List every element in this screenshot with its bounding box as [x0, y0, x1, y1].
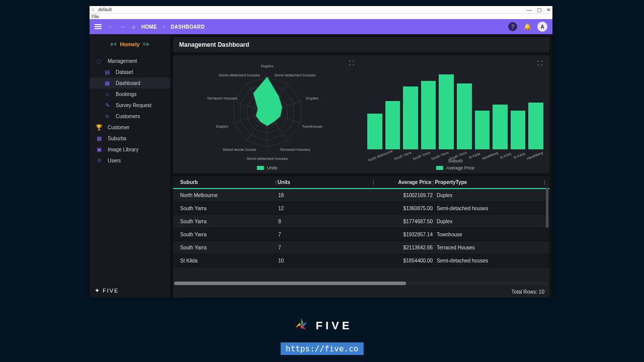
- sidebar-item-users[interactable]: ⛭Users: [90, 155, 170, 166]
- table-row[interactable]: North Melbourne18$1002169.72Duplex: [173, 189, 549, 202]
- footer-url[interactable]: https://five.co: [281, 342, 364, 355]
- sidebar-item-label: Customers: [116, 114, 140, 119]
- bar[interactable]: [439, 74, 454, 149]
- cell: 10: [276, 258, 374, 263]
- nav-forward-button[interactable]: →: [120, 23, 126, 30]
- bar[interactable]: [511, 111, 526, 150]
- cell: Duplex: [435, 219, 544, 224]
- cell: Terraced Houses: [435, 245, 544, 250]
- table-row[interactable]: South Yarra7$1932857.14Townhouse: [173, 228, 549, 241]
- sidebar-item-label: Image Library: [108, 147, 138, 152]
- radar-axis-label: Terraced Houses: [280, 147, 310, 152]
- cell: $1854400.00: [374, 258, 435, 263]
- radar-axis-label: Duplex: [306, 96, 318, 100]
- bar-category-label: South Yarra: [393, 150, 412, 160]
- sidebar-item-label: Survey Request: [116, 103, 151, 108]
- bar-category-label: St Kilda: [512, 151, 526, 160]
- bar-category-label: South Yarra: [412, 150, 431, 160]
- col-units[interactable]: Units: [276, 179, 374, 185]
- dashboard-icon: ▦: [104, 80, 111, 86]
- sidebar-item-management[interactable]: ◌Management: [90, 55, 170, 66]
- table-body: North Melbourne18$1002169.72DuplexSouth …: [173, 189, 549, 282]
- list-icon: ≡: [104, 113, 111, 119]
- sidebar-item-dataset[interactable]: ▤Dataset: [90, 66, 170, 77]
- avatar[interactable]: A: [537, 22, 547, 32]
- sidebar-item-dashboard[interactable]: ▦Dashboard: [90, 77, 170, 88]
- bar[interactable]: [528, 103, 543, 149]
- sidebar-item-customers[interactable]: ≡Customers: [90, 111, 170, 122]
- bar[interactable]: [493, 105, 508, 149]
- bar[interactable]: [385, 101, 400, 149]
- horizontal-scroll-thumb[interactable]: [174, 282, 406, 285]
- horizontal-scroll-track[interactable]: [174, 282, 548, 285]
- logo-deco-right: ≡⟡: [143, 41, 149, 47]
- radar-axis-label: Townhouse: [302, 124, 322, 129]
- table-row[interactable]: St Kilda10$1854400.00Semi-detached house…: [173, 254, 549, 267]
- col-suburb[interactable]: Suburb: [178, 179, 276, 185]
- svg-marker-15: [254, 77, 282, 126]
- col-price[interactable]: Average Price: [373, 179, 434, 185]
- bar[interactable]: [403, 86, 418, 149]
- table-row[interactable]: South Yarra8$1774687.50Duplex: [173, 215, 549, 228]
- bar-chart: ⛶ North MelbourneSouth YarraSouth YarraS…: [361, 57, 549, 171]
- expand-bar-button[interactable]: ⛶: [537, 60, 542, 66]
- sidebar-item-customer[interactable]: 🏆Customer: [90, 122, 170, 133]
- svg-marker-16: [301, 318, 303, 325]
- five-logo: FIVE: [292, 315, 353, 336]
- window-minimize-button[interactable]: —: [527, 7, 532, 13]
- bell-icon[interactable]: 🔔: [523, 23, 531, 31]
- cell: 7: [276, 245, 374, 250]
- radar-chart: ⛶ DuplexSemi-detached housesDuplexTownho…: [173, 57, 361, 171]
- menu-toggle-button[interactable]: [95, 24, 102, 29]
- help-icon[interactable]: ?: [508, 22, 517, 31]
- five-logo-text: FIVE: [316, 319, 353, 332]
- radar-axis-label: Stand alone house: [222, 147, 256, 152]
- sidebar-brand: FIVE: [103, 288, 119, 294]
- home-icon[interactable]: ⌂: [132, 24, 135, 30]
- window-maximize-button[interactable]: ▢: [537, 7, 541, 13]
- dataset-icon: ▤: [104, 69, 111, 75]
- bar-category-label: South Yarra: [431, 150, 449, 160]
- sidebar: ⟡≡ Homely ≡⟡ ◌Management▤Dataset▦Dashboa…: [90, 34, 170, 298]
- five-logo-icon: [292, 315, 311, 336]
- bar-xlabel: Suburb: [448, 158, 462, 163]
- sidebar-item-label: Bookings: [116, 92, 136, 97]
- grid-icon: ▦: [96, 135, 103, 142]
- nav-back-button[interactable]: ←: [108, 23, 114, 30]
- cell: 8: [276, 219, 374, 224]
- menu-file[interactable]: File: [92, 14, 99, 19]
- bar[interactable]: [421, 81, 436, 149]
- bar-category-label: St Kilda: [467, 151, 481, 160]
- expand-radar-button[interactable]: ⛶: [349, 60, 354, 66]
- sidebar-item-label: Dashboard: [116, 80, 140, 86]
- bar[interactable]: [457, 83, 472, 149]
- col-type[interactable]: PropertyType: [433, 179, 545, 185]
- sidebar-item-bookings[interactable]: ⌂Bookings: [90, 88, 170, 100]
- radar-axis-label: Terraced Houses: [207, 96, 237, 100]
- window-title: default: [98, 7, 112, 12]
- cell: Semi-detached houses: [435, 206, 544, 211]
- cell: 18: [276, 193, 374, 198]
- lightbulb-icon: ◌: [96, 58, 103, 64]
- svg-marker-19: [295, 323, 301, 328]
- table-row[interactable]: South Yarra7$2113642.86Terraced Houses: [173, 241, 549, 254]
- bar[interactable]: [475, 111, 490, 150]
- window-close-button[interactable]: ✕: [546, 7, 550, 13]
- cell: South Yarra: [178, 245, 276, 250]
- sidebar-item-suburbs[interactable]: ▦Suburbs: [90, 133, 170, 144]
- data-table: Suburb | Units | Average Price | Propert…: [173, 176, 549, 298]
- bar[interactable]: [367, 114, 382, 149]
- chevron-right-icon: ›: [163, 24, 165, 30]
- cell: St Kilda: [178, 258, 276, 263]
- table-row[interactable]: South Yarra12$1360875.00Semi-detached ho…: [173, 202, 549, 215]
- logo-deco-left: ⟡≡: [110, 41, 117, 47]
- sidebar-item-image-library[interactable]: ▣Image Library: [90, 144, 170, 155]
- vertical-scroll-thumb[interactable]: [546, 188, 548, 228]
- sidebar-footer: ✦ FIVE: [90, 284, 170, 298]
- breadcrumb-dashboard[interactable]: DASHBOARD: [171, 24, 205, 30]
- sidebar-item-survey-request[interactable]: ✎Survey Request: [90, 100, 170, 111]
- breadcrumb-home[interactable]: HOME: [141, 24, 157, 30]
- page-title: Management Dashboard: [173, 37, 549, 52]
- cell: $1932857.14: [374, 232, 435, 237]
- radar-legend-label: Units: [267, 165, 278, 170]
